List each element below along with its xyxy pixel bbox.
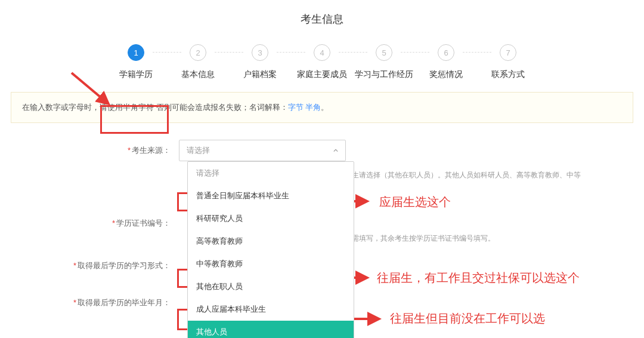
step-1-number: 1 (128, 44, 144, 61)
label-grad-date: *取得最后学历的毕业年月： (12, 292, 179, 308)
option-other-employed[interactable]: 其他在职人员 (188, 275, 354, 298)
annotation-text-other: 往届生但目前没在工作可以选 (390, 311, 545, 327)
option-mid-edu-teacher[interactable]: 中等教育教师 (188, 253, 354, 275)
option-higher-edu-teacher[interactable]: 高等教育教师 (188, 230, 354, 253)
step-2-number: 2 (190, 44, 206, 61)
notice-link-byte[interactable]: 字节 (288, 103, 304, 112)
step-5-label: 学习与工作经历 (355, 69, 413, 80)
notice-link-halfwidth[interactable]: 半角 (305, 103, 321, 112)
step-3-label: 户籍档案 (243, 69, 277, 80)
label-cert: *学历证书编号： (12, 213, 179, 229)
page-title: 考生信息 (0, 0, 644, 44)
select-source-value: 请选择 (187, 145, 210, 156)
notice-part3: 否则可能会造成报名失败；名词解释： (156, 103, 288, 112)
notice-part1: 在输入数字或字母时， (22, 103, 100, 112)
notice-period: 。 (321, 103, 329, 112)
option-fulltime-undergrad[interactable]: 普通全日制应届本科毕业生 (188, 185, 354, 207)
step-2[interactable]: 2 基本信息 (165, 44, 231, 80)
step-1[interactable]: 1 学籍学历 (103, 44, 169, 80)
step-1-label: 学籍学历 (119, 69, 153, 80)
step-5-number: 5 (376, 44, 392, 61)
step-7-label: 联系方式 (491, 69, 525, 80)
step-2-label: 基本信息 (181, 69, 215, 80)
select-source[interactable]: 请选择 (179, 140, 346, 161)
helper-source: 生请选择（其他在职人员）。其他人员如科研人员、高等教育教师、中等 (352, 170, 632, 181)
chevron-up-icon (333, 148, 338, 153)
step-5[interactable]: 5 学习与工作经历 (351, 44, 417, 80)
step-3-number: 3 (252, 44, 268, 61)
label-source: *考生来源： (12, 140, 179, 156)
option-researcher[interactable]: 科研研究人员 (188, 207, 354, 230)
helper-cert: 需填写，其余考生按学历证书证书编号填写。 (352, 233, 632, 244)
notice-bar: 在输入数字或字母时，请使用半角字符 否则可能会造成报名失败；名词解释：字节 半角… (11, 92, 633, 123)
option-placeholder[interactable]: 请选择 (188, 162, 354, 185)
label-study-form: *取得最后学历的学习形式： (12, 255, 179, 271)
annotation-text-other-emp: 往届生，有工作且交过社保可以选这个 (377, 270, 580, 286)
notice-part2: 请使用半角字符 (100, 103, 154, 112)
option-other-person[interactable]: 其他人员 (188, 321, 354, 338)
step-6[interactable]: 6 奖惩情况 (413, 44, 479, 80)
dropdown-source: 请选择 普通全日制应届本科毕业生 科研研究人员 高等教育教师 中等教育教师 其他… (187, 161, 354, 338)
annotation-text-fulltime: 应届生选这个 (379, 194, 451, 210)
option-adult-undergrad[interactable]: 成人应届本科毕业生 (188, 298, 354, 321)
stepper: 1 学籍学历 2 基本信息 3 户籍档案 4 家庭主要成员 5 学习与工作经历 … (36, 44, 608, 80)
step-4[interactable]: 4 家庭主要成员 (289, 44, 355, 80)
step-6-number: 6 (438, 44, 454, 61)
step-6-label: 奖惩情况 (429, 69, 463, 80)
step-3[interactable]: 3 户籍档案 (227, 44, 293, 80)
step-4-label: 家庭主要成员 (297, 69, 347, 80)
step-4-number: 4 (314, 44, 330, 61)
row-source: *考生来源： 请选择 请选择 普通全日制应届本科毕业生 科研研究人员 高等教育教… (12, 140, 632, 162)
form: *考生来源： 请选择 请选择 普通全日制应届本科毕业生 科研研究人员 高等教育教… (12, 140, 632, 315)
step-7[interactable]: 7 联系方式 (475, 44, 541, 80)
step-7-number: 7 (500, 44, 516, 61)
